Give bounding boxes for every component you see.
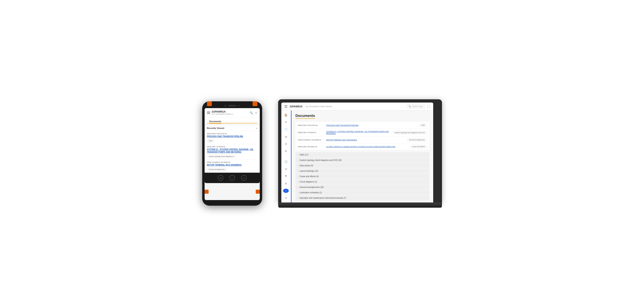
doc-link[interactable]: PROCESS P&ID TRANSFER PIPELINE: [207, 135, 257, 138]
doc-id: DN02-SM-I-XI-0029-01: [298, 132, 324, 134]
app-main: Documents DN02-SM-P-XB-2103-02 PROCESS P…: [292, 110, 433, 202]
sidebar-gear2-icon[interactable]: ⚙: [283, 182, 289, 186]
doc-tag: General arrangements: [407, 138, 426, 141]
category-item-5[interactable]: › Circuit diagrams (1): [296, 179, 429, 184]
phone-menu-icon[interactable]: [207, 112, 210, 114]
sidebar-wave-icon[interactable]: ≋: [283, 196, 289, 200]
doc-id: DN02-SM-I-XI-0029-01: [207, 146, 257, 148]
phone-sensor-dot: [238, 105, 240, 106]
category-item-3[interactable]: › Layout drawings (12): [296, 168, 429, 174]
doc-link[interactable]: ALARM CONTEXT & HIDING MATRIX SYSTEM 29 …: [326, 146, 408, 148]
chevron-right-icon: ›: [298, 176, 298, 178]
chevron-down-icon: ∨: [256, 127, 257, 129]
category-list: › P&ID (17) › System topology, block dia…: [296, 152, 429, 200]
category-label: Data sheets (5): [300, 164, 313, 167]
sidebar-eye-icon[interactable]: 👁: [283, 120, 289, 124]
phone-top-bar: [204, 105, 260, 106]
category-label: Cause and effects (4): [300, 175, 319, 178]
laptop-bezel: 21PA0001A OIL TRANSFER PUMP A (M310) 🔍 S…: [278, 99, 442, 202]
document-table: DN02-SM-P-XB-2103-02 PROCESS P&ID TRANSF…: [296, 122, 429, 150]
sidebar-flag-icon[interactable]: ⚑: [283, 174, 289, 178]
search-placeholder: Search tags: [412, 105, 423, 108]
phone-corner-accent: [207, 101, 212, 106]
doc-link[interactable]: PROCESS P&ID TRANSFER PIPELINE: [326, 124, 417, 126]
page-title: Documents: [296, 114, 315, 119]
laptop-foot: [278, 206, 442, 208]
doc-id: DN02-SM-P-XB-2103-02: [207, 133, 257, 135]
sidebar-grid-icon[interactable]: ⊞: [283, 135, 289, 139]
hamburger-menu-icon[interactable]: [284, 105, 287, 108]
sidebar-layout-icon[interactable]: ⊟: [283, 167, 289, 171]
phone-doc-list: DN02-SM-P-XB-2103-02 PROCESS P&ID TRANSF…: [204, 131, 260, 173]
doc-tag: System topology, block diagrams ar: [207, 155, 236, 158]
category-label: Lubrication schedules (1): [300, 192, 322, 194]
fullscreen-icon[interactable]: ⛶: [427, 105, 430, 108]
laptop-screen: 21PA0001A OIL TRANSFER PUMP A (M310) 🔍 S…: [281, 102, 433, 202]
doc-id: DN02-SM-P-XB-2103-02: [298, 124, 324, 126]
doc-link[interactable]: MOTOR TERMINAL BOX DRAWINGS: [326, 139, 405, 141]
doc-tag: P&ID: [207, 139, 214, 142]
doc-tag: Cause and effects: [410, 145, 426, 148]
phone-corner-accent-bl: [204, 190, 208, 194]
search-icon: 🔍: [408, 105, 411, 108]
table-row: DN02-SM-P-XB-2103-02 PROCESS P&ID TRANSF…: [296, 122, 429, 129]
phone-scan-icon[interactable]: ⊹: [255, 111, 257, 114]
category-label: General arrangements (16): [300, 186, 324, 188]
category-label: Layout drawings (12): [300, 170, 318, 172]
app-sidebar: 🏠 👁 📄 ⊞ ☰ ⚙ 🕐 ⊟ ⚑ ⚙ ↑ ≋: [281, 110, 291, 202]
doc-id: DN02-S10460-E-XD-0005-01: [298, 139, 324, 141]
back-button[interactable]: ◁: [218, 175, 224, 181]
app-title: 21PA0001A: [290, 105, 303, 108]
category-label: P&ID (17): [300, 154, 308, 156]
phone-camera-dot: [224, 105, 226, 106]
phone-title: 21PA0001A: [212, 110, 248, 113]
phone-doc-item-1: DN02-SM-P-XB-2103-02 PROCESS P&ID TRANSF…: [204, 131, 260, 144]
home-button[interactable]: ○: [230, 175, 235, 181]
sidebar-settings-icon[interactable]: ⚙: [283, 149, 289, 153]
doc-tag: System topology, block diagrams and SCD: [393, 131, 426, 134]
doc-link[interactable]: MOTOR TERMINAL BOX DRAWINGS: [207, 164, 257, 166]
sidebar-clock-icon[interactable]: 🕐: [283, 160, 289, 164]
sidebar-document-icon[interactable]: 📄: [283, 128, 289, 132]
phone-header-info: 21PA0001A OIL TRANSFER PUMP A (...: [212, 110, 248, 115]
sidebar-list-icon[interactable]: ☰: [283, 142, 289, 146]
category-item-2[interactable]: › Data sheets (5): [296, 163, 429, 168]
sidebar-home-icon[interactable]: 🏠: [283, 113, 289, 117]
sidebar-active-icon[interactable]: ↑: [283, 189, 289, 193]
search-box[interactable]: 🔍 Search tags: [407, 104, 424, 108]
doc-link[interactable]: SYSTEM 21 - SYSTEM CONTROL DIAGRAM - OIL…: [326, 130, 391, 134]
recents-button[interactable]: □: [241, 175, 246, 181]
chevron-right-icon: ›: [298, 192, 298, 194]
chevron-right-icon: ›: [298, 159, 298, 161]
table-row: DN02-SM-I-XR-0004-18 ALARM CONTEXT & HID…: [296, 143, 429, 150]
app-top-bar: 21PA0001A OIL TRANSFER PUMP A (M310) 🔍 S…: [281, 102, 433, 110]
phone-doc-item-3: DN02-S10460-E-XD-0005-01 MOTOR TERMINAL …: [204, 160, 260, 173]
app-subtitle: OIL TRANSFER PUMP A (M310): [306, 106, 332, 108]
doc-link[interactable]: SYSTEM 21 - SYSTEM CONTROL DIAGRAM - OIL…: [207, 148, 257, 153]
doc-tag: General arrangements: [207, 168, 226, 171]
phone-body: 21PA0001A OIL TRANSFER PUMP A (... 🔍 ⊹ D…: [202, 101, 262, 206]
phone-corner-accent-br: [256, 190, 260, 194]
phone-speaker-slot: [228, 105, 236, 106]
category-label: System topology, block diagrams and SCD …: [300, 159, 342, 161]
category-item-6[interactable]: › General arrangements (16): [296, 185, 429, 190]
category-label: Operation and maintenance instructions/m…: [300, 197, 346, 199]
category-item-8[interactable]: › Operation and maintenance instructions…: [296, 196, 429, 200]
doc-tag: P&ID: [420, 124, 427, 127]
phone-recently-viewed[interactable]: Recently Viewed ∨: [204, 125, 260, 131]
table-row: DN02-SM-I-XI-0029-01 SYSTEM 21 - SYSTEM …: [296, 129, 429, 136]
chevron-right-icon: ›: [298, 154, 298, 156]
category-item-7[interactable]: › Lubrication schedules (1): [296, 190, 429, 195]
doc-id: DN02-S10460-E-XD-0005-01: [207, 161, 257, 163]
category-item-1[interactable]: › System topology, block diagrams and SC…: [296, 158, 429, 163]
phone-search-icon[interactable]: 🔍: [250, 111, 253, 114]
phone-subtitle: OIL TRANSFER PUMP A (...: [212, 113, 248, 115]
phone-header: 21PA0001A OIL TRANSFER PUMP A (... 🔍 ⊹: [204, 108, 260, 117]
app-body: 🏠 👁 📄 ⊞ ☰ ⚙ 🕐 ⊟ ⚑ ⚙ ↑ ≋: [281, 110, 433, 202]
doc-id: DN02-SM-I-XR-0004-18: [298, 146, 324, 148]
chevron-right-icon: ›: [298, 165, 298, 167]
phone-header-actions: 🔍 ⊹: [250, 111, 257, 114]
category-item-4[interactable]: › Cause and effects (4): [296, 174, 429, 179]
category-item-0[interactable]: › P&ID (17): [296, 152, 429, 157]
phone-bottom-nav: ◁ ○ □: [204, 173, 260, 183]
